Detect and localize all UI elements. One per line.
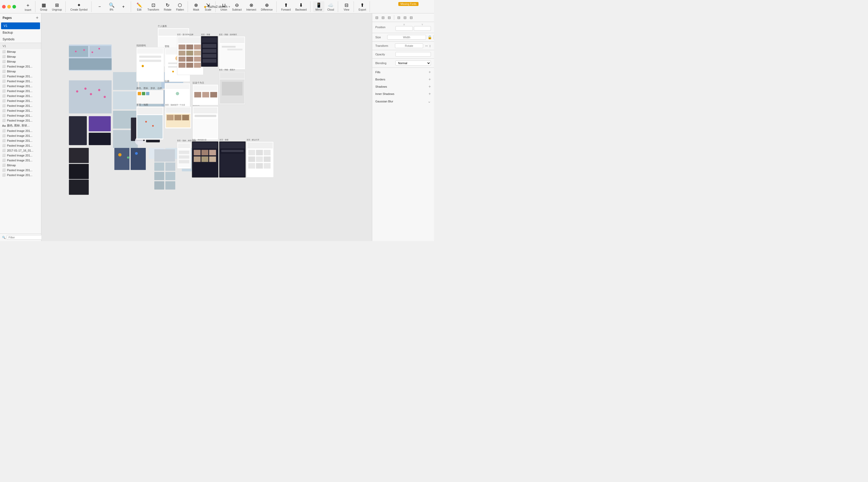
align-top-icon[interactable]: ⊟	[396, 15, 401, 20]
insert-button[interactable]: ＋ Insert	[22, 1, 34, 12]
sidebar-search-bar: 🔍 3	[0, 234, 41, 241]
align-right-icon[interactable]: ⊟	[387, 15, 392, 20]
gaussian-blur-toggle[interactable]: ⌄	[428, 99, 431, 104]
mirror-button[interactable]: 📱 Mirror	[313, 1, 324, 12]
align-middle-icon[interactable]: ⊟	[402, 15, 408, 20]
shadows-add-icon[interactable]: +	[429, 84, 431, 89]
zoom-level-display[interactable]: 🔍 8%	[106, 1, 117, 12]
minimize-button[interactable]	[7, 5, 11, 8]
layer-item-5[interactable]: ⬜Pasted Image 201...	[0, 74, 41, 79]
view-button[interactable]: ⊟ View	[341, 1, 352, 12]
close-button[interactable]	[2, 5, 6, 8]
subtract-button[interactable]: ⊖ Subtract	[230, 1, 244, 12]
group-button[interactable]: ▦ Group	[38, 1, 50, 12]
layer-item-11[interactable]: ⬜Pasted Image 201...	[0, 103, 41, 108]
inner-shadows-add-icon[interactable]: +	[429, 92, 431, 96]
fills-row[interactable]: Fills +	[372, 68, 434, 76]
rotate-label: Rotate	[164, 8, 172, 11]
window-title: ◆ Yuzhu2.sketch ▾	[204, 5, 230, 8]
layer-item-22[interactable]: ⬜Pasted Image 201...	[0, 158, 41, 163]
width-input[interactable]	[387, 35, 426, 39]
gaussian-blur-row[interactable]: Gaussian Blur ⌄	[372, 97, 434, 105]
cloud-button[interactable]: ☁️ Cloud	[325, 1, 336, 12]
layer-label-6: Pasted Image 201...	[7, 80, 32, 83]
layer-item-10[interactable]: ⬜Pasted Image 201...	[0, 98, 41, 103]
layer-item-7[interactable]: ⬜Pasted Image 201...	[0, 84, 41, 88]
align-left-icon[interactable]: ⊟	[374, 15, 379, 20]
layer-item-19[interactable]: ⬜Pasted Image 201...	[0, 143, 41, 148]
layer-item-3[interactable]: ⬜Pasted Image 201...	[0, 64, 41, 69]
layer-item-15[interactable]: Aa颜色, 图标, 形状...	[0, 123, 41, 128]
flip-vertical-icon[interactable]: ↕	[429, 44, 431, 48]
blending-select[interactable]: Normal	[396, 61, 431, 66]
forward-button[interactable]: ⬆ Forward	[279, 1, 293, 12]
flatten-button[interactable]: ⬡ Flatten	[174, 1, 186, 12]
map-small-2	[90, 46, 111, 57]
mobile-dot-1	[118, 153, 122, 156]
layer-item-13[interactable]: ⬜Pasted Image 201...	[0, 113, 41, 118]
layer-item-16[interactable]: ⬜Pasted Image 201...	[0, 128, 41, 133]
inspector: ⊟ ⊟ ⊟ ⊟ ⊟ ⊟ Position X Y	[372, 13, 434, 241]
page-item-backup[interactable]: Backup	[0, 29, 41, 36]
layer-item-21[interactable]: ⬜Pasted Image 201...	[0, 153, 41, 158]
rotate-input[interactable]	[395, 43, 423, 48]
zoom-in-button[interactable]: +	[118, 3, 129, 10]
layer-filter-input[interactable]	[7, 235, 46, 240]
layer-item-9[interactable]: ⬜Pasted Image 201...	[0, 93, 41, 98]
backward-button[interactable]: ⬇ Backward	[293, 1, 309, 12]
layer-item-24[interactable]: ⬜Pasted Image 201...	[0, 168, 41, 173]
intersect-button[interactable]: ⊗ Intersect	[244, 1, 258, 12]
bitmap-layer-icon: ⬜	[2, 168, 6, 172]
layer-item-25[interactable]: ⬜Pasted Image 201...	[0, 173, 41, 177]
canvas[interactable]: 个人服务 找回密码 登陆	[41, 13, 372, 241]
edit-button[interactable]: ✏️ Edit	[134, 1, 145, 12]
layer-item-20[interactable]: ⬜2017-01-17_16_01...	[0, 148, 41, 153]
opacity-row: Opacity	[372, 51, 434, 58]
layer-item-0[interactable]: ⬜Bitmap	[0, 49, 41, 54]
export-button[interactable]: ⬆ Export	[356, 1, 368, 12]
layer-item-18[interactable]: ⬜Pasted Image 201...	[0, 138, 41, 143]
flip-horizontal-icon[interactable]: ↔	[425, 44, 428, 48]
align-bottom-icon[interactable]: ⊟	[409, 15, 414, 20]
zhaohui-field-2	[139, 60, 161, 62]
difference-button[interactable]: ⊕ Difference	[259, 1, 275, 12]
borders-row[interactable]: Borders +	[372, 76, 434, 83]
layer-item-17[interactable]: ⬜Pasted Image 201...	[0, 133, 41, 138]
borders-add-icon[interactable]: +	[429, 77, 431, 82]
zhaohui-dot	[142, 65, 144, 67]
page-item-symbols[interactable]: Symbols	[0, 36, 41, 43]
rotate-button[interactable]: ↻ Rotate	[162, 1, 174, 12]
mask-button[interactable]: ⊗ Mask	[190, 1, 202, 12]
layer-item-2[interactable]: ⬜Bitmap	[0, 59, 41, 64]
opacity-input[interactable]	[396, 52, 431, 57]
lock-icon[interactable]: 🔒	[428, 35, 432, 39]
layer-item-6[interactable]: ⬜Pasted Image 201...	[0, 79, 41, 84]
shadows-row[interactable]: Shadows +	[372, 83, 434, 90]
page-item-v1[interactable]: V1	[1, 23, 40, 29]
create-symbol-button[interactable]: ✦ Create Symbol	[68, 1, 89, 12]
height-input[interactable]	[433, 35, 434, 39]
y-input[interactable]	[414, 26, 431, 31]
ungroup-button[interactable]: ⊞ Ungroup	[50, 1, 64, 12]
layer-item-8[interactable]: ⬜Pasted Image 201...	[0, 88, 41, 93]
zoom-out-button[interactable]: −	[94, 3, 105, 10]
default-t7	[248, 163, 255, 169]
arrange-group: ⬆ Forward ⬇ Backward	[278, 1, 311, 12]
fills-add-icon[interactable]: +	[429, 70, 431, 74]
search-results	[193, 119, 217, 138]
layer-item-4[interactable]: ⬜Bitmap	[0, 69, 41, 74]
transform-button[interactable]: ⊡ Transform	[146, 1, 161, 12]
add-page-button[interactable]: +	[36, 16, 38, 20]
maximize-button[interactable]	[12, 5, 16, 8]
layer-item-23[interactable]: ⬜Bitmap	[0, 163, 41, 168]
layer-item-14[interactable]: ⬜Pasted Image 201...	[0, 118, 41, 123]
flip-buttons: ↔ ↕	[425, 44, 431, 48]
layer-item-1[interactable]: ⬜Bitmap	[0, 54, 41, 59]
main-thumb1	[194, 92, 202, 97]
size-row: Size 🔒	[372, 34, 434, 40]
layer-item-12[interactable]: ⬜Pasted Image 201...	[0, 108, 41, 113]
inner-shadows-row[interactable]: Inner Shadows +	[372, 90, 434, 97]
x-input[interactable]	[396, 26, 413, 31]
align-center-icon[interactable]: ⊟	[380, 15, 386, 20]
missing-fonts-badge[interactable]: Missing Fonts	[398, 2, 418, 6]
